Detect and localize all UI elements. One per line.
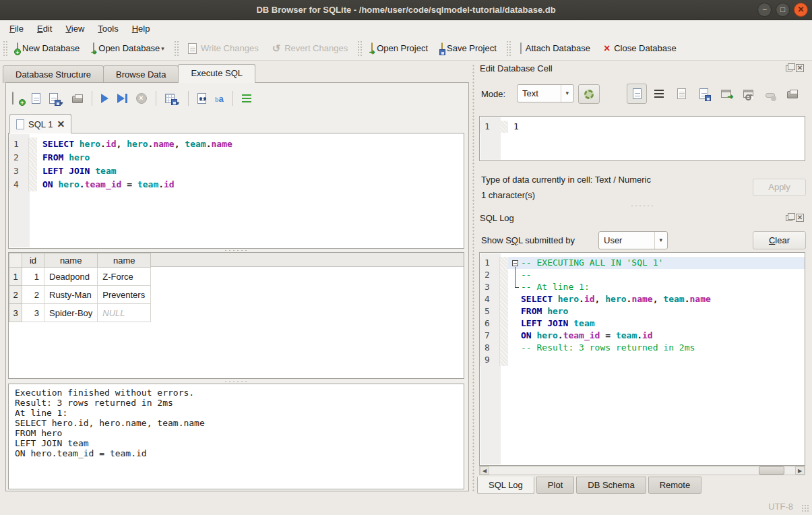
scroll-left-icon[interactable]: ◀	[480, 466, 489, 475]
cell-value-editor[interactable]: 11	[479, 116, 805, 161]
row-number[interactable]: 3	[9, 304, 22, 322]
export-cell-data-button[interactable]	[693, 84, 714, 104]
write-changes-button[interactable]: Write Changes	[181, 40, 266, 57]
dock-tab-sql-log[interactable]: SQL Log	[477, 477, 534, 494]
sql-tab-close-icon[interactable]: ✕	[57, 119, 65, 129]
minimize-button[interactable]: −	[757, 3, 772, 17]
code-line[interactable]: 7ON hero.team_id = team.id	[480, 330, 805, 342]
table-cell[interactable]: 3	[22, 304, 44, 322]
menu-help[interactable]: Help	[125, 22, 157, 35]
table-cell[interactable]: Spider-Boy	[44, 304, 98, 322]
maximize-button[interactable]: □	[776, 3, 790, 17]
code-line[interactable]: 9	[480, 354, 805, 366]
open-database-button[interactable]: ➜ Open Database ▾	[86, 40, 171, 56]
close-panel-icon[interactable]: ✕	[796, 64, 804, 72]
column-header-name[interactable]: name	[44, 253, 98, 268]
execution-message-box[interactable]: Execution finished without errors. Resul…	[8, 384, 464, 489]
new-database-button[interactable]: + New Database	[10, 40, 86, 56]
code-line[interactable]: 3LEFT JOIN team	[9, 164, 464, 178]
row-number[interactable]: 1	[9, 268, 22, 286]
text-mode-selected-button[interactable]	[627, 84, 647, 104]
sql-log-filter-select[interactable]: User ▾	[598, 231, 668, 249]
auto-switch-mode-button[interactable]	[578, 84, 600, 104]
code-line[interactable]: 2--	[480, 269, 805, 281]
execute-sql-icon[interactable]	[101, 94, 108, 103]
word-wrap-button[interactable]	[649, 84, 669, 104]
code-line[interactable]: 4ON hero.team_id = team.id	[9, 178, 464, 191]
table-cell[interactable]: Rusty-Man	[44, 286, 98, 304]
open-project-button[interactable]: ➜ Open Project	[365, 40, 435, 56]
import-cell-data-button[interactable]	[671, 84, 691, 104]
code-line[interactable]: 8-- Result: 3 rows returned in 2ms	[480, 342, 805, 354]
revert-changes-button[interactable]: ↺ Revert Changes	[266, 40, 355, 57]
print-cell-button[interactable]	[782, 84, 803, 104]
scrollbar-thumb[interactable]	[759, 466, 784, 475]
code-line[interactable]: 4SELECT hero.id, hero.name, team.name	[480, 293, 805, 305]
table-cell[interactable]: Deadpond	[44, 268, 98, 286]
open-database-dropdown-icon[interactable]: ▾	[161, 45, 164, 53]
fold-collapse-icon[interactable]	[512, 260, 518, 266]
code-line[interactable]: 11	[480, 121, 805, 133]
sql-document-tab[interactable]: SQL 1 ✕	[9, 114, 71, 133]
save-project-button[interactable]: Save Project	[435, 40, 503, 56]
scrollbar-track[interactable]	[489, 466, 795, 475]
print-sql-icon[interactable]	[72, 96, 83, 103]
sql-log-view[interactable]: 1-- EXECUTING ALL IN 'SQL 1'2--3-- At li…	[479, 252, 805, 466]
find-in-sql-icon[interactable]	[197, 93, 206, 104]
log-horizontal-scrollbar[interactable]: ◀ ▶	[479, 466, 805, 475]
column-header-name[interactable]: name	[98, 253, 151, 268]
tab-execute-sql[interactable]: Execute SQL	[178, 64, 255, 83]
clear-log-button[interactable]: Clear	[753, 231, 806, 249]
table-cell[interactable]: Z-Force	[98, 268, 151, 286]
dock-tab-remote[interactable]: Remote	[648, 477, 702, 494]
panel-splitter[interactable]	[472, 64, 475, 491]
copy-link-button[interactable]	[738, 84, 758, 104]
code-line[interactable]: 5FROM hero	[480, 305, 805, 317]
code-line[interactable]: 1-- EXECUTING ALL IN 'SQL 1'	[480, 257, 805, 269]
scroll-right-icon[interactable]: ▶	[795, 466, 805, 475]
code-line[interactable]: 2FROM hero	[9, 151, 464, 164]
results-message-splitter[interactable]	[224, 380, 248, 383]
code-line[interactable]: 6LEFT JOIN team	[480, 317, 805, 330]
new-sql-tab-icon[interactable]: +	[12, 94, 23, 104]
close-database-button[interactable]: × Close Database	[597, 40, 683, 57]
close-panel-icon[interactable]: ✕	[796, 214, 804, 222]
tab-browse-data[interactable]: Browse Data	[103, 65, 179, 83]
dock-tab-plot[interactable]: Plot	[536, 477, 574, 494]
float-panel-icon[interactable]	[786, 215, 792, 221]
menu-edit[interactable]: Edit	[30, 22, 59, 35]
save-results-icon[interactable]	[165, 94, 175, 103]
code-line[interactable]: 3-- At line 1:	[480, 281, 805, 293]
sql-editor[interactable]: 1SELECT hero.id, hero.name, team.name2FR…	[8, 133, 464, 249]
menu-view[interactable]: View	[59, 22, 91, 35]
toolbar-drag-handle[interactable]	[3, 40, 7, 57]
resize-grip-icon[interactable]	[801, 504, 809, 512]
open-sql-file-icon[interactable]	[32, 93, 40, 104]
format-sql-icon[interactable]	[242, 94, 251, 102]
tab-database-structure[interactable]: Database Structure	[3, 65, 104, 83]
editor-font-icon[interactable]: ba	[215, 94, 224, 104]
open-sql-file-save-icon[interactable]	[49, 93, 58, 104]
menu-file[interactable]: File	[3, 22, 30, 35]
fold-column[interactable]	[511, 257, 521, 269]
float-panel-icon[interactable]	[786, 65, 792, 71]
corner-header[interactable]	[9, 253, 22, 268]
execute-current-line-icon[interactable]	[117, 94, 127, 103]
table-cell[interactable]: Preventers	[98, 286, 151, 304]
apply-button[interactable]: Apply	[753, 179, 806, 196]
cell-log-splitter[interactable]	[630, 204, 654, 208]
table-cell[interactable]: 1	[22, 268, 44, 286]
set-null-button[interactable]	[760, 84, 780, 104]
code-line[interactable]: 1SELECT hero.id, hero.name, team.name	[9, 138, 464, 151]
dock-tab-db-schema[interactable]: DB Schema	[576, 477, 646, 494]
row-number[interactable]: 2	[9, 286, 22, 304]
close-button[interactable]: ✕	[794, 3, 808, 17]
table-cell[interactable]: 2	[22, 286, 44, 304]
menu-tools[interactable]: Tools	[91, 22, 125, 35]
column-header-id[interactable]: id	[22, 253, 44, 268]
table-cell[interactable]: NULL	[98, 304, 151, 322]
attach-database-button[interactable]: Attach Database	[513, 40, 597, 56]
encoding-indicator[interactable]: UTF-8	[768, 502, 793, 512]
mode-select[interactable]: Text ▾	[517, 84, 574, 102]
open-in-external-button[interactable]: ➜	[716, 84, 736, 104]
